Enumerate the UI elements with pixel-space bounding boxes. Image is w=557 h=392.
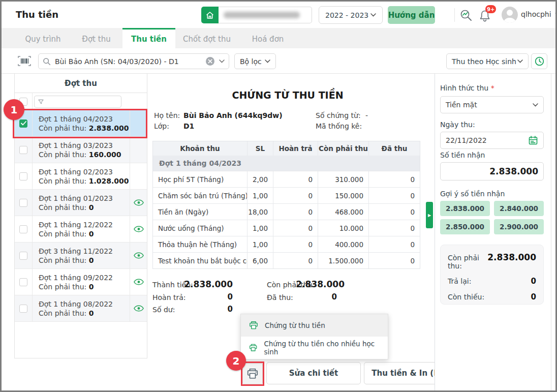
dot-thu-filter-input[interactable]	[34, 96, 121, 108]
dot-thu-row[interactable]: Đợt 1 tháng 01/2023Còn phải thu: 0	[15, 190, 147, 216]
collapse-panel-handle[interactable]: ▶	[426, 202, 433, 228]
history-button[interactable]	[531, 53, 547, 69]
notifications-button[interactable]: 9+	[477, 8, 492, 24]
method-select[interactable]: Tiền mặt	[440, 96, 544, 113]
tab-chot-dot-thu[interactable]: Chốt đợt thu	[175, 28, 238, 48]
dot-thu-row[interactable]: Đợt 1 tháng 08/2022Còn phải thu: 0	[15, 295, 147, 322]
check-icon	[21, 121, 26, 126]
row-checkbox[interactable]	[19, 199, 27, 207]
suggestion-chip[interactable]: 2.840.000	[494, 201, 544, 216]
annotation-step-1: 1	[4, 99, 24, 120]
tab-hoa-don[interactable]: Hoá đơn	[238, 28, 297, 48]
name-value: Bùi Bảo Anh (644kq9dw)	[183, 111, 283, 119]
collect-mode-select[interactable]: Thu theo Học sinh	[446, 53, 529, 69]
suggestion-chip[interactable]: 2.850.000	[440, 219, 490, 234]
dot-thu-due: Còn phải thu: 0	[39, 203, 130, 213]
tab-thu-tien[interactable]: Thu tiền	[122, 28, 175, 48]
dot-thu-row[interactable]: Đợt 1 tháng 09/2022Còn phải thu: 0	[15, 269, 147, 295]
fee-due: 1.500.000	[318, 253, 368, 268]
clock-icon	[534, 56, 545, 67]
suggestion-chip[interactable]: 2.900.000	[494, 219, 544, 234]
payment-summary: Còn phải thu:2.838.000 Trả lại:0 Còn thi…	[440, 245, 544, 305]
dot-thu-row[interactable]: Đợt 1 tháng 04/2023Còn phải thu: 2.838.0…	[15, 110, 147, 137]
row-checkbox[interactable]	[19, 305, 27, 313]
print-button[interactable]	[242, 363, 263, 384]
fee-collected: 0	[368, 253, 420, 268]
school-name-field[interactable]	[219, 7, 312, 23]
person-icon	[502, 7, 518, 23]
fee-name: Chăm sóc bán trú (Tháng)	[153, 188, 247, 203]
fee-due: 150.000	[318, 188, 368, 203]
summary-change-value: 0	[531, 277, 536, 286]
fee-refund: 0	[273, 236, 318, 252]
view-receipt-eye-icon[interactable]	[134, 305, 144, 312]
dot-thu-column-header: Đợt thu	[15, 74, 147, 93]
row-checkbox[interactable]	[19, 225, 27, 233]
tab-quy-trinh[interactable]: Quy trình	[16, 28, 70, 48]
due-total-value: 2.838.000	[286, 279, 345, 289]
dot-thu-due: Còn phải thu: 0	[39, 229, 130, 239]
help-button[interactable]: Hướng dẫn	[388, 6, 435, 24]
username-label: qlhocphi	[521, 10, 551, 18]
print-menu-item-multi[interactable]: Chứng từ thu tiền cho nhiều học sinh	[241, 337, 388, 359]
view-receipt-eye-icon[interactable]	[134, 279, 144, 285]
edit-detail-button[interactable]: Sửa chi tiết	[266, 362, 361, 384]
clear-icon[interactable]	[205, 56, 215, 66]
fee-qty: 2,00	[247, 171, 273, 187]
date-input[interactable]: 22/11/2022	[440, 132, 544, 149]
school-year-select[interactable]: 2022 - 2023	[319, 6, 383, 24]
due-value: 0	[89, 256, 94, 264]
suggestion-chip[interactable]: 2.838.000	[440, 201, 490, 216]
dot-thu-row[interactable]: Đợt 3 tháng 11/2022Còn phải thu: 0	[15, 243, 147, 269]
row-checkbox[interactable]	[19, 278, 27, 286]
chevron-down-icon	[265, 59, 270, 63]
view-receipt-eye-icon[interactable]	[134, 199, 144, 206]
student-search-input[interactable]: Bùi Bảo Anh (SN: 04/03/2020) - D1	[38, 53, 229, 69]
calendar-icon[interactable]	[528, 135, 538, 145]
summary-missing-label: Còn thiếu:	[448, 293, 484, 301]
doc-no-value: -	[365, 111, 368, 119]
tab-bar: Quy trình Đợt thu Thu tiền Chốt đợt thu …	[2, 28, 555, 48]
dot-thu-row[interactable]: Đợt 1 tháng 12/2022Còn phải thu: 0	[15, 216, 147, 243]
amount-value: 2.838.000	[174, 279, 233, 289]
due-label: Còn phải thu:	[39, 177, 86, 185]
fee-refund: 0	[273, 171, 318, 187]
search-trend-button[interactable]	[458, 8, 474, 23]
due-value: 0	[89, 309, 94, 317]
tab-dot-thu[interactable]: Đợt thu	[70, 28, 122, 48]
refund-value: 0	[174, 292, 233, 301]
home-button[interactable]	[201, 7, 219, 23]
user-menu[interactable]: qlhocphi	[521, 10, 557, 18]
row-checkbox-checked[interactable]	[19, 119, 27, 128]
view-receipt-eye-icon[interactable]	[134, 252, 144, 259]
dot-thu-title: Đợt 1 tháng 12/2022	[39, 220, 130, 229]
row-checkbox[interactable]	[19, 172, 27, 180]
chevron-down-icon[interactable]	[219, 59, 225, 63]
col-header: Đã thu	[368, 141, 420, 156]
stat-code-label: Mã thống kê:	[316, 122, 362, 130]
name-label: Họ tên:	[154, 111, 180, 119]
row-checkbox[interactable]	[19, 252, 27, 260]
school-year-value: 2022 - 2023	[325, 11, 368, 19]
panel-divider	[551, 74, 551, 390]
method-label-text: Hình thức thu	[440, 84, 488, 92]
barcode-icon	[17, 55, 32, 67]
row-checkbox[interactable]	[19, 146, 27, 154]
print-menu-item-receipt[interactable]: Chứng từ thu tiền	[241, 314, 388, 337]
dot-thu-row[interactable]: Đợt 1 tháng 03/2023Còn phải thu: 160.000	[15, 137, 147, 163]
school-selector[interactable]	[201, 7, 312, 23]
due-value: 0	[89, 283, 94, 291]
due-label: Còn phải thu:	[39, 230, 86, 238]
tab-label: Chốt đợt thu	[183, 35, 231, 44]
received-amount-input[interactable]: 2.838.000	[440, 162, 544, 180]
view-receipt-eye-icon[interactable]	[134, 226, 144, 232]
col-header: Còn phải thu	[318, 141, 368, 156]
filter-label: Bộ lọc	[240, 57, 262, 66]
barcode-scan-button[interactable]	[16, 53, 33, 69]
filter-button[interactable]: Bộ lọc	[234, 53, 276, 69]
fee-table-header: Khoản thu SL Hoàn trả Còn phải thu Đã th…	[153, 141, 420, 156]
fee-name: Test khoản thu bắt buộc có ...	[153, 253, 247, 268]
tab-label: Đợt thu	[82, 35, 110, 44]
avatar[interactable]	[502, 7, 518, 23]
dot-thu-row[interactable]: Đợt 1 tháng 02/2023Còn phải thu: 1.028.0…	[15, 163, 147, 190]
